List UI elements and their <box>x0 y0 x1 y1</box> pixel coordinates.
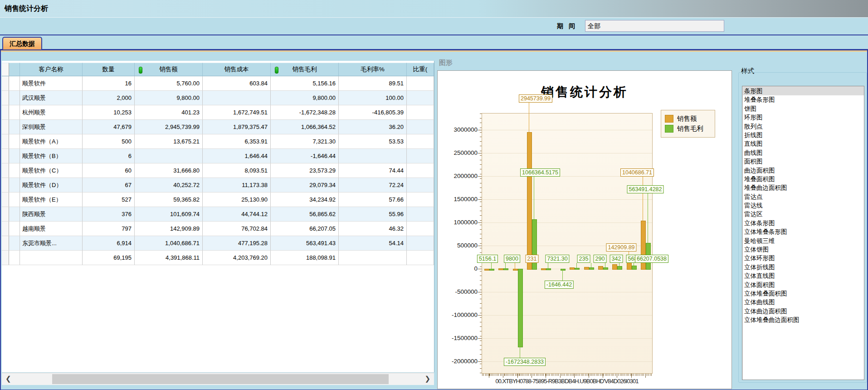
cell-customer-name: 顺景软件（E） <box>20 193 83 207</box>
scrollbar-thumb[interactable] <box>52 374 389 384</box>
tab-summary-data[interactable]: 汇总数据 <box>2 37 42 49</box>
row-selector[interactable] <box>2 193 9 207</box>
table-row[interactable]: 顺景软件165,760.00603.845,156.1689.51 <box>2 76 434 91</box>
table-row[interactable]: 顺景软件（A）50013,675.216,353.917,321.3053.53 <box>2 134 434 149</box>
style-list-item[interactable]: 堆叠条形图 <box>742 95 864 104</box>
horizontal-scrollbar[interactable]: ❮ ❯ <box>2 373 434 385</box>
style-list-item[interactable]: 堆叠面积图 <box>742 175 864 183</box>
y-axis-tick <box>478 338 482 339</box>
style-list-item[interactable]: 雷达线 <box>742 201 864 210</box>
cell-customer-name <box>20 251 83 265</box>
row-selector[interactable] <box>2 163 9 178</box>
style-list-item[interactable]: 立体堆叠面积图 <box>742 289 864 298</box>
row-selector[interactable] <box>2 236 9 251</box>
scroll-left-icon[interactable]: ❮ <box>5 375 11 383</box>
row-selector[interactable] <box>2 105 9 120</box>
value-label: 231 <box>526 255 539 263</box>
value-label: 66207.0538 <box>635 255 668 263</box>
cell-customer-name: 东莞市顺景... <box>20 236 83 251</box>
row-selector[interactable] <box>2 207 9 222</box>
style-list-item[interactable]: 堆叠曲边面积图 <box>742 183 864 192</box>
style-list-item[interactable]: 环形图 <box>742 113 864 122</box>
style-list-item[interactable]: 雷达点 <box>742 193 864 201</box>
row-selector[interactable] <box>2 222 9 236</box>
x-axis-tick <box>589 374 589 378</box>
row-selector[interactable] <box>2 149 9 163</box>
row-selector[interactable] <box>2 134 9 149</box>
callout-leader-line <box>648 193 648 243</box>
row-selector[interactable] <box>2 178 9 193</box>
column-header-1[interactable]: 客户名称 <box>20 63 83 76</box>
bar-销售额 <box>598 266 603 270</box>
style-list-item[interactable]: 面积图 <box>742 157 864 166</box>
style-list-item[interactable]: 直线图 <box>742 139 864 148</box>
cell-customer-name: 顺景软件（B） <box>20 149 83 163</box>
period-input[interactable]: 全部 <box>585 20 724 32</box>
style-list-item[interactable]: 折线图 <box>742 131 864 139</box>
cell-profit: -1,646.44 <box>271 149 339 163</box>
column-header-3[interactable]: 销售额 <box>135 63 203 76</box>
cell-profit: 188,098.91 <box>271 251 339 265</box>
cell-margin: 74.44 <box>339 163 407 178</box>
row-selector[interactable] <box>2 76 9 91</box>
style-list-item[interactable]: 饼图 <box>742 104 864 113</box>
column-header-6[interactable]: 毛利率% <box>339 63 407 76</box>
table-row[interactable]: 越南顺景797142,909.8976,702.8466,207.0546.32 <box>2 222 434 236</box>
table-row[interactable]: 顺景软件（E）52759,365.8225,130.9034,234.9257.… <box>2 193 434 207</box>
style-list-item[interactable]: 立体曲线图 <box>742 298 864 306</box>
style-list-item[interactable]: 立体面积图 <box>742 281 864 289</box>
style-list-item[interactable]: 立体折线图 <box>742 263 864 272</box>
style-list-item[interactable]: 散列点 <box>742 122 864 131</box>
style-list-item[interactable]: 立体环形图 <box>742 254 864 262</box>
table-row[interactable]: 陕西顺景376101,609.7444,744.1256,865.6255.96 <box>2 207 434 222</box>
x-axis-tick <box>503 374 503 378</box>
legend-swatch-销售额 <box>665 115 673 123</box>
style-list-item[interactable]: 曲线图 <box>742 148 864 157</box>
scroll-right-icon[interactable]: ❯ <box>424 375 430 383</box>
cell-quantity: 6 <box>83 149 135 163</box>
style-list-item[interactable]: 立体饼图 <box>742 245 864 254</box>
callout-leader-line <box>515 263 515 269</box>
style-list-item[interactable]: 曲边面积图 <box>742 166 864 175</box>
column-header-4[interactable]: 销售成本 <box>203 63 271 76</box>
cell-sales: 9,800.00 <box>135 91 203 105</box>
row-selector[interactable] <box>2 91 9 105</box>
column-header-5[interactable]: 销售毛利 <box>271 63 339 76</box>
cell-sales: 401.23 <box>135 105 203 120</box>
style-list-item[interactable]: 立体堆叠条形图 <box>742 227 864 236</box>
table-row[interactable]: 杭州顺景10,253401.231,672,749.51-1,672,348.2… <box>2 105 434 120</box>
row-selector[interactable] <box>2 251 9 265</box>
cell-cost <box>203 91 271 105</box>
style-list-item[interactable]: 条形图 <box>742 87 864 95</box>
cell-cost: 76,702.84 <box>203 222 271 236</box>
table-total-row[interactable]: 69,1954,391,868.114,203,769.20188,098.91 <box>2 251 434 265</box>
cell-customer-name: 越南顺景 <box>20 222 83 236</box>
table-row[interactable]: 顺景软件（C）6031,666.808,093.5123,573.2974.44 <box>2 163 434 178</box>
table-row[interactable]: 顺景软件（D）6740,252.7211,173.3829,079.3472.2… <box>2 178 434 193</box>
style-list-item[interactable]: 立体条形图 <box>742 219 864 227</box>
table-row[interactable]: 武汉顺景2,0009,800.009,800.00100.00 <box>2 91 434 105</box>
style-list-item[interactable]: 立体直线图 <box>742 272 864 280</box>
gridline <box>482 338 652 339</box>
column-header-7[interactable]: 比重( <box>407 63 434 76</box>
style-list-item[interactable]: 雷达区 <box>742 210 864 218</box>
x-axis-tick <box>517 374 518 378</box>
chart-style-list[interactable]: 条形图堆叠条形图饼图环形图散列点折线图直线图曲线图面积图曲边面积图堆叠面积图堆叠… <box>742 86 864 380</box>
cell-sales: 4,391,868.11 <box>135 251 203 265</box>
style-list-item[interactable]: 曼哈顿三维 <box>742 237 864 245</box>
summary-table: 客户名称数量销售额销售成本销售毛利毛利率%比重( 顺景软件165,760.006… <box>2 61 434 372</box>
column-header-2[interactable]: 数量 <box>83 63 135 76</box>
cell-quantity: 47,679 <box>83 120 135 134</box>
style-list-item[interactable]: 立体曲边面积图 <box>742 307 864 316</box>
value-label: 563491.4282 <box>627 185 664 193</box>
callout-leader-line <box>605 263 605 267</box>
style-list-item[interactable]: 立体堆叠曲边面积图 <box>742 316 864 324</box>
cell-profit: 66,207.05 <box>271 222 339 236</box>
bar-销售毛利 <box>589 267 594 270</box>
row-indicator <box>9 163 20 178</box>
table-row[interactable]: 东莞市顺景...6,9141,040,686.71477,195.28563,4… <box>2 236 434 251</box>
table-row[interactable]: 深圳顺景47,6792,945,739.991,879,375.471,066,… <box>2 120 434 134</box>
bar-销售额 <box>541 268 546 270</box>
row-selector[interactable] <box>2 120 9 134</box>
table-row[interactable]: 顺景软件（B）61,646.44-1,646.44 <box>2 149 434 163</box>
